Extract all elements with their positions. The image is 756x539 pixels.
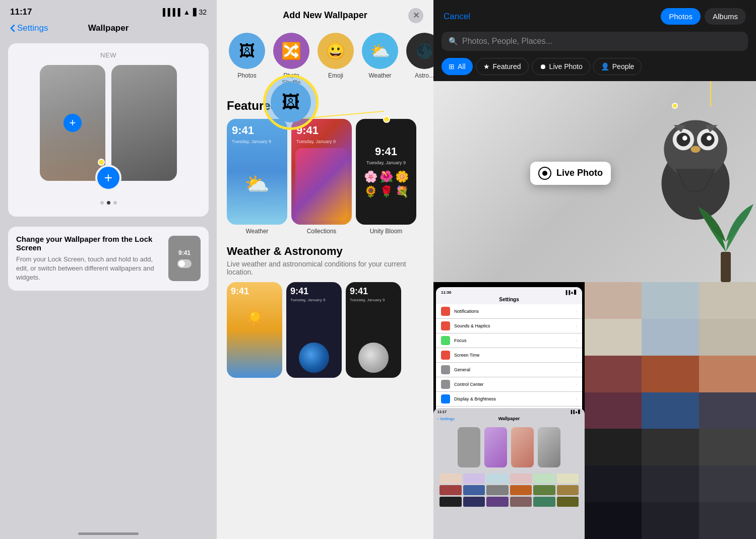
all-filter-tab[interactable]: ⊞ All [442, 58, 473, 75]
status-bar-1: 11:17 ▐▐▐▐ ▲ ▋32 [0, 0, 217, 21]
mini-status-icons: ▐▐▲▋ [564, 290, 577, 295]
weather-astronomy-grid: 9:41 ☀️ 9:41 Tuesday, January 9 9:41 Tue… [217, 282, 433, 378]
filter-tabs-row: ⊞ All ★ Featured ⏺ Live Photo 👤 People [433, 56, 756, 81]
weather-type-item[interactable]: ⛅ Weather [360, 33, 400, 87]
home-screen-preview[interactable] [111, 65, 177, 181]
collections-card-label: Collections [307, 228, 337, 235]
dot-3 [113, 201, 117, 205]
collections-card-item[interactable]: 9:41 Tuesday, January 9 Collections [291, 119, 352, 235]
wp-mini-icons: ▐▐▲▋ [570, 410, 581, 414]
cancel-btn[interactable]: Cancel [444, 12, 470, 22]
dot-2 [107, 201, 110, 205]
wp-mini-status-bar: 11:17 ▐▐▲▋ [433, 408, 585, 415]
unity-card-time: 9:41 [370, 140, 402, 160]
wp-mini-title: Wallpaper [498, 416, 520, 421]
yellow-dot-indicator [98, 159, 105, 166]
color-swatch-grid [433, 471, 585, 509]
wp-mini-preview-1 [458, 427, 480, 467]
wp-mini-time: 11:17 [437, 410, 447, 414]
screen-time-label: Screen Time [454, 353, 572, 358]
info-text-block: Change your Wallpaper from the Lock Scre… [16, 235, 162, 283]
main-photo-area: Live Photo [433, 81, 756, 282]
photos-tab-btn[interactable]: Photos [661, 8, 701, 25]
back-button-settings[interactable]: Settings [10, 23, 48, 33]
lock-toggle [177, 259, 192, 268]
wallpaper-type-row: 🖼 Photos 🔀 PhotoShuffle 😀 Emoji ⛅ Weathe… [217, 29, 433, 95]
wp-mini-previews [433, 423, 585, 471]
plant-image [696, 181, 756, 282]
live-photo-play-icon [538, 167, 551, 180]
settings-screenshot: 11:30 ▐▐▲▋ Settings Notifications › Soun… [433, 282, 585, 539]
annotation-circle: 🖼 [263, 75, 319, 130]
unity-bloom-card-item[interactable]: 9:41 Tuesday, January 9 🌸 🌺 🌼 🌻 🌹 💐 Unit… [356, 119, 416, 235]
people-filter-tab[interactable]: 👤 People [593, 58, 642, 75]
svg-rect-9 [721, 252, 731, 282]
weather-moon-card[interactable]: 9:41 Tuesday, January 9 [346, 282, 401, 378]
wp-mini-preview-2 [484, 427, 507, 467]
weather-card-label: Weather [245, 228, 268, 235]
photos-search-bar[interactable]: 🔍 Photos, People, Places... [442, 32, 748, 51]
live-photo-tooltip-label: Live Photo [556, 168, 603, 178]
general-icon [441, 365, 450, 374]
annotation-dot-top [672, 103, 678, 109]
annotation-line-top [710, 81, 711, 106]
wp-mini-preview-4 [538, 427, 560, 467]
live-photo-filter-tab[interactable]: ⏺ Live Photo [532, 58, 590, 75]
lock-screen-mini-preview: 9:41 [168, 236, 201, 281]
status-time-1: 11:17 [10, 7, 32, 17]
photo-color-grid [585, 282, 756, 539]
weather-card-icon: ⛅ [227, 144, 287, 225]
general-label: General [454, 367, 572, 372]
weather-type-label: Weather [368, 72, 391, 79]
sheet-title: Add New Wallpaper [283, 10, 367, 21]
live-photo-tooltip: Live Photo [530, 162, 611, 185]
all-grid-icon: ⊞ [449, 62, 455, 71]
live-photo-circle-icon: ⏺ [539, 62, 546, 71]
wc1-sun-icon: ☀️ [227, 298, 282, 325]
all-tab-label: All [458, 62, 466, 71]
emoji-type-label: Emoji [328, 72, 343, 79]
earth-visual [299, 343, 329, 373]
nav-bar-1: Settings Wallpaper [0, 21, 217, 38]
astro-type-label: Astro... [415, 72, 433, 79]
settings-sounds-row: Sounds & Haptics › [436, 319, 582, 333]
sheet-close-btn[interactable]: ✕ [408, 8, 423, 23]
featured-tab-label: Featured [493, 62, 521, 71]
albums-tab-btn[interactable]: Albums [705, 8, 746, 25]
weather-card-date: Tuesday, January 9 [227, 139, 287, 144]
sheet-header: Add New Wallpaper ✕ [217, 0, 433, 29]
settings-focus-row: Focus › [436, 333, 582, 348]
wp-mini-back: ‹ Settings [437, 417, 455, 421]
photos-type-item[interactable]: 🖼 Photos [227, 33, 267, 87]
search-icon: 🔍 [449, 37, 458, 46]
notifications-icon [441, 307, 450, 316]
settings-mini-status-bar: 11:30 ▐▐▲▋ [436, 287, 582, 296]
weather-earth-card[interactable]: 9:41 Tuesday, January 9 [286, 282, 342, 378]
emoji-type-item[interactable]: 😀 Emoji [316, 33, 356, 87]
svg-point-6 [682, 136, 687, 141]
shuffle-icon-circle: 🔀 [273, 33, 309, 69]
photos-picker-panel: Cancel Photos Albums 🔍 Photos, People, P… [433, 0, 756, 539]
featured-filter-tab[interactable]: ★ Featured [476, 58, 529, 75]
weather-sunny-card[interactable]: 9:41 ☀️ [227, 282, 282, 378]
photos-picker-top: Cancel Photos Albums 🔍 Photos, People, P… [433, 0, 756, 282]
sounds-label: Sounds & Haptics [454, 323, 572, 328]
wp-mini-preview-3 [511, 427, 534, 467]
astro-type-item[interactable]: 🌑 Astro... [404, 33, 433, 87]
display-icon [441, 394, 450, 403]
featured-section-title: Featured [217, 95, 433, 119]
add-wallpaper-small-btn[interactable]: + [64, 114, 82, 132]
add-new-wallpaper-btn[interactable]: + [95, 165, 121, 191]
photos-nav: Cancel Photos Albums [433, 0, 756, 30]
home-indicator [78, 532, 139, 535]
emoji-icon-circle: 😀 [318, 33, 354, 69]
weather-featured-card: 9:41 Tuesday, January 9 ⛅ [227, 119, 287, 225]
lock-screen-preview[interactable]: + [40, 65, 105, 181]
settings-mini-title: Settings [436, 296, 582, 304]
photos-icon-circle: 🖼 [229, 33, 265, 69]
back-label: Settings [17, 23, 48, 33]
signal-icon: ▐▐▐▐ [160, 8, 180, 16]
weather-astronomy-title: Weather & Astronomy [217, 243, 433, 260]
battery-icon: ▋32 [193, 8, 207, 16]
weather-card-item[interactable]: 9:41 Tuesday, January 9 ⛅ Weather [227, 119, 287, 235]
